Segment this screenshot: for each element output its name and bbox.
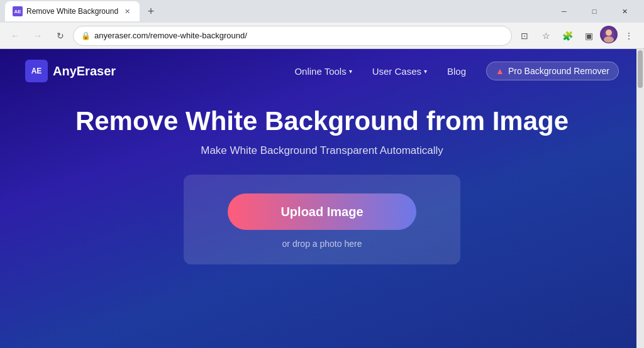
- browser-frame: AE Remove White Background ✕ + ─ □ ✕ ← →…: [0, 0, 644, 348]
- pro-icon: ▲: [496, 66, 504, 76]
- bookmark-icon: ☆: [542, 31, 550, 41]
- hero-subtitle: Make White Background Transparent Automa…: [201, 144, 443, 157]
- drop-label: or drop a photo here: [282, 239, 362, 249]
- maximize-button[interactable]: □: [580, 1, 609, 21]
- online-tools-chevron: ▾: [349, 68, 352, 75]
- hero-title: Remove White Background from Image: [75, 106, 569, 137]
- site-nav: AE AnyEraser Online Tools ▾ User Cases ▾…: [0, 49, 644, 93]
- toolbar-actions: ⊡ ☆ 🧩 ▣ ⋮: [514, 26, 639, 46]
- sidebar-icon: ▣: [585, 31, 593, 41]
- refresh-button[interactable]: ↻: [50, 26, 70, 46]
- menu-button[interactable]: ⋮: [619, 26, 639, 46]
- tab-title: Remove White Background: [26, 7, 118, 16]
- back-button[interactable]: ←: [5, 26, 25, 46]
- scrollbar-thumb[interactable]: [638, 50, 643, 88]
- upload-btn-label: Upload Image: [280, 205, 363, 219]
- online-tools-label: Online Tools: [294, 66, 346, 77]
- brand-name: AnyEraser: [53, 64, 116, 79]
- forward-icon: →: [33, 31, 42, 41]
- bookmark-button[interactable]: ☆: [536, 26, 556, 46]
- tab-close-button[interactable]: ✕: [122, 6, 132, 16]
- extensions-button[interactable]: 🧩: [557, 26, 577, 46]
- upload-image-button[interactable]: Upload Image: [228, 193, 416, 230]
- blog-label: Blog: [447, 66, 466, 77]
- logo[interactable]: AE AnyEraser: [25, 60, 116, 82]
- close-button[interactable]: ✕: [610, 1, 639, 21]
- nav-online-tools[interactable]: Online Tools ▾: [294, 66, 352, 77]
- pro-background-remover-button[interactable]: ▲ Pro Background Remover: [486, 62, 619, 80]
- back-icon: ←: [11, 31, 19, 41]
- browser-tab[interactable]: AE Remove White Background ✕: [5, 1, 140, 21]
- extensions-icon: 🧩: [562, 31, 573, 41]
- hero-section: Remove White Background from Image Make …: [0, 93, 644, 348]
- nav-blog[interactable]: Blog: [447, 66, 466, 77]
- new-tab-button[interactable]: +: [142, 3, 160, 20]
- cast-icon: ⊡: [521, 31, 528, 41]
- scrollbar[interactable]: [636, 49, 644, 348]
- window-controls: ─ □ ✕: [550, 1, 639, 21]
- minimize-button[interactable]: ─: [550, 1, 579, 21]
- address-bar[interactable]: 🔒 anyeraser.com/remove-white-background/: [73, 26, 512, 46]
- user-cases-label: User Cases: [372, 66, 421, 77]
- pro-btn-label: Pro Background Remover: [508, 66, 609, 76]
- nav-user-cases[interactable]: User Cases ▾: [372, 66, 427, 77]
- nav-links: Online Tools ▾ User Cases ▾ Blog ▲ Pro B…: [294, 62, 619, 80]
- browser-toolbar: ← → ↻ 🔒 anyeraser.com/remove-white-backg…: [0, 23, 644, 49]
- sidebar-toggle-button[interactable]: ▣: [579, 26, 599, 46]
- page-content: AE AnyEraser Online Tools ▾ User Cases ▾…: [0, 49, 644, 348]
- site-content: AE AnyEraser Online Tools ▾ User Cases ▾…: [0, 49, 644, 348]
- address-text: anyeraser.com/remove-white-background/: [94, 31, 504, 40]
- svg-point-0: [606, 30, 612, 36]
- profile-avatar: [600, 26, 618, 43]
- svg-point-1: [604, 36, 614, 43]
- upload-area[interactable]: Upload Image or drop a photo here: [184, 175, 460, 264]
- cast-button[interactable]: ⊡: [514, 26, 535, 46]
- menu-icon: ⋮: [625, 31, 633, 41]
- user-cases-chevron: ▾: [424, 68, 427, 75]
- profile-button[interactable]: [600, 26, 618, 43]
- refresh-icon: ↻: [57, 31, 64, 41]
- title-bar: AE Remove White Background ✕ + ─ □ ✕: [0, 0, 644, 23]
- tab-favicon: AE: [13, 6, 23, 16]
- forward-button[interactable]: →: [28, 26, 48, 46]
- logo-icon: AE: [25, 60, 48, 82]
- lock-icon: 🔒: [81, 31, 91, 40]
